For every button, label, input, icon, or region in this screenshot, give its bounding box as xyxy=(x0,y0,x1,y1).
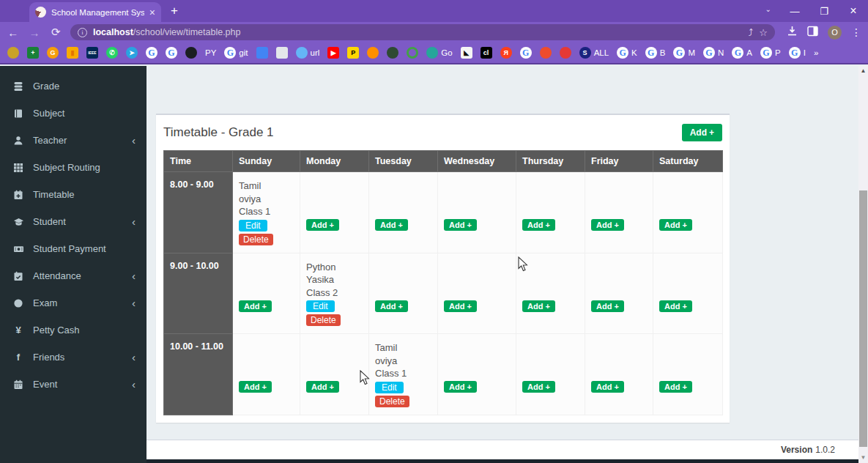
add-timetable-button[interactable]: Add+ xyxy=(682,124,722,141)
column-header-saturday: Saturday xyxy=(653,151,723,172)
sidebar-item-friends[interactable]: fFriends‹ xyxy=(0,344,146,371)
add-entry-button[interactable]: Add+ xyxy=(444,300,477,312)
page-scrollbar[interactable]: ▲ ▼ xyxy=(858,66,868,463)
bookmark-cl[interactable]: cl xyxy=(481,47,492,59)
sidebar-item-exam[interactable]: Exam‹ xyxy=(0,289,146,316)
bookmark-youtube[interactable]: ▶ xyxy=(327,47,339,59)
add-entry-button[interactable]: Add+ xyxy=(522,219,555,231)
facebook-icon: f xyxy=(11,352,26,363)
sidebar-item-subject[interactable]: Subject xyxy=(0,100,146,127)
edit-button[interactable]: Edit xyxy=(239,220,267,232)
reload-button[interactable]: ⟳ xyxy=(49,26,63,39)
bookmark-google-i[interactable]: GI xyxy=(789,47,806,59)
sidebar-item-student[interactable]: Student‹ xyxy=(0,208,146,235)
bookmark-google-n[interactable]: GN xyxy=(703,47,724,59)
bookmark-google[interactable]: G xyxy=(146,47,157,59)
bookmark-google-b[interactable]: GB xyxy=(645,47,666,59)
profile-avatar[interactable]: O xyxy=(828,26,842,40)
bookmark-ieee[interactable]: IEEE xyxy=(86,47,98,59)
bookmark-yandex[interactable]: Я xyxy=(500,47,512,59)
bookmark-overflow[interactable]: » xyxy=(814,48,818,57)
sidebar-item-subject-routing[interactable]: Subject Routing xyxy=(0,154,146,181)
bookmark-people-orange[interactable] xyxy=(367,47,379,59)
new-tab-button[interactable]: + xyxy=(166,4,183,18)
bookmark-dark-green[interactable] xyxy=(387,47,398,59)
google-icon: G xyxy=(520,47,532,59)
add-entry-button[interactable]: Add+ xyxy=(522,381,555,393)
back-button[interactable]: ← xyxy=(6,26,20,39)
add-entry-button[interactable]: Add+ xyxy=(444,219,477,231)
bookmark-s-all[interactable]: SALL xyxy=(579,47,609,59)
people-orange-icon xyxy=(367,47,379,59)
add-entry-button[interactable]: Add+ xyxy=(522,300,555,312)
bookmark-ads[interactable] xyxy=(7,47,19,59)
add-entry-button[interactable]: Add+ xyxy=(375,219,408,231)
delete-button[interactable]: Delete xyxy=(375,396,409,407)
bookmark-google-p[interactable]: GP xyxy=(760,47,781,59)
add-entry-button[interactable]: Add+ xyxy=(239,381,272,393)
share-icon[interactable]: ⤴ xyxy=(749,27,754,38)
bookmark-google-k[interactable]: GK xyxy=(617,47,637,59)
edit-button[interactable]: Edit xyxy=(306,300,335,312)
tab-search-icon[interactable]: ⌄ xyxy=(765,5,771,13)
bookmark-github[interactable] xyxy=(185,47,197,59)
scroll-up-icon[interactable]: ▲ xyxy=(858,67,868,74)
site-info-icon[interactable]: i xyxy=(78,28,87,37)
add-entry-button[interactable]: Add+ xyxy=(375,300,408,312)
bookmark-star-icon[interactable]: ☆ xyxy=(759,27,768,38)
bookmark-telegram[interactable]: ➤ xyxy=(126,47,138,59)
bookmark-google-a[interactable]: GA xyxy=(732,47,752,59)
delete-button[interactable]: Delete xyxy=(306,314,341,326)
bookmark-go[interactable]: Go xyxy=(426,47,452,59)
add-entry-button[interactable]: Add+ xyxy=(306,381,339,393)
scrollbar-thumb[interactable] xyxy=(859,190,867,447)
delete-button[interactable]: Delete xyxy=(239,234,273,245)
restore-button[interactable]: ❐ xyxy=(809,6,839,17)
bookmark-google-git[interactable]: Ggit xyxy=(224,47,248,59)
bookmark-google[interactable]: G xyxy=(520,47,532,59)
sidebar-item-student-payment[interactable]: Student Payment xyxy=(0,235,146,262)
bookmark-analytics[interactable]: ▮ xyxy=(67,47,78,59)
address-bar[interactable]: i localhost/school/view/timetable.php ⤴ … xyxy=(70,24,775,40)
browser-tab[interactable]: School Management System × xyxy=(29,2,161,22)
close-button[interactable]: × xyxy=(839,4,868,18)
side-panel-icon[interactable] xyxy=(807,26,818,40)
bookmark-bird-doc[interactable]: ◣ xyxy=(461,47,472,59)
edit-button[interactable]: Edit xyxy=(375,382,404,393)
bookmark-bank[interactable] xyxy=(276,47,288,59)
bookmark-google-m[interactable]: GM xyxy=(673,47,695,59)
add-entry-button[interactable]: Add+ xyxy=(659,300,692,312)
menu-dots-icon[interactable]: ⋮ xyxy=(851,26,862,38)
scroll-down-icon[interactable]: ▼ xyxy=(858,454,868,461)
add-entry-button[interactable]: Add+ xyxy=(591,300,624,312)
minimize-button[interactable]: — xyxy=(780,6,809,17)
bookmark-green-ring[interactable] xyxy=(407,47,418,59)
download-icon[interactable] xyxy=(787,26,798,39)
sidebar-item-attendance[interactable]: Attendance‹ xyxy=(0,262,146,289)
add-entry-button[interactable]: Add+ xyxy=(659,381,692,393)
add-entry-button[interactable]: Add+ xyxy=(444,381,477,393)
bookmark-cloud-url[interactable]: url xyxy=(296,47,320,59)
bookmark-google[interactable]: G xyxy=(166,47,177,59)
bookmark-sheets[interactable]: + xyxy=(27,47,39,59)
bookmark-orange-badge[interactable]: G xyxy=(47,47,59,59)
bookmark-pytorch[interactable] xyxy=(540,47,552,59)
bookmark-eye-red[interactable] xyxy=(560,47,571,59)
tab-close-icon[interactable]: × xyxy=(149,7,155,18)
forward-button[interactable]: → xyxy=(27,26,41,39)
sidebar-item-timetable[interactable]: Timetable xyxy=(0,181,146,208)
sidebar-item-teacher[interactable]: Teacher‹ xyxy=(0,127,146,154)
add-entry-button[interactable]: Add+ xyxy=(591,219,624,231)
bookmark-whatsapp[interactable]: ✆ xyxy=(106,47,118,59)
bookmark-py[interactable]: PY xyxy=(205,48,216,57)
sidebar-item-petty-cash[interactable]: ¥Petty Cash xyxy=(0,316,146,344)
add-entry-button[interactable]: Add+ xyxy=(659,219,692,231)
sidebar-item-event[interactable]: Event‹ xyxy=(0,371,146,398)
bookmark-photos[interactable] xyxy=(256,47,268,59)
add-entry-button[interactable]: Add+ xyxy=(239,300,272,312)
add-entry-button[interactable]: Add+ xyxy=(306,219,339,231)
chevron-left-icon: ‹ xyxy=(132,381,136,388)
add-entry-button[interactable]: Add+ xyxy=(591,381,624,393)
bookmark-p-yellow[interactable]: P xyxy=(347,47,359,59)
sidebar-item-grade[interactable]: Grade xyxy=(0,73,146,100)
